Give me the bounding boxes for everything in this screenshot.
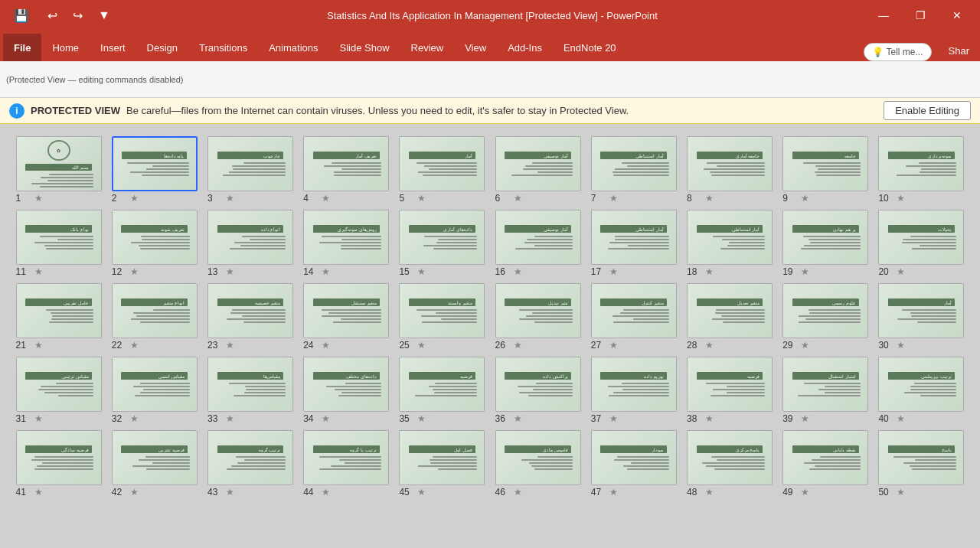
tab-review[interactable]: Review xyxy=(400,34,455,61)
customize-qat-button[interactable]: ▼ xyxy=(92,5,116,25)
slide-star-button[interactable]: ★ xyxy=(34,487,43,497)
slide-thumbnail[interactable]: ✿بسم الله xyxy=(16,136,102,191)
slide-star-button[interactable]: ★ xyxy=(226,487,234,497)
enable-editing-button[interactable]: Enable Editing xyxy=(884,101,971,120)
slide-thumbnail[interactable]: فصل اول xyxy=(399,430,485,485)
slide-thumbnail[interactable]: نشر تبدیل xyxy=(495,283,581,338)
slide-thumbnail[interactable]: فرضیه xyxy=(399,357,485,412)
slide-star-button[interactable]: ★ xyxy=(897,413,905,424)
slide-star-button[interactable]: ★ xyxy=(226,266,234,277)
slide-thumbnail[interactable]: مقیاس‌ها xyxy=(207,357,293,412)
slide-star-button[interactable]: ★ xyxy=(322,413,330,424)
slide-thumbnail[interactable]: نقطه پایانی xyxy=(782,430,868,485)
slide-thumbnail[interactable]: متغیر تعدیل xyxy=(687,283,773,338)
tab-view[interactable]: View xyxy=(454,34,497,61)
save-button[interactable]: 💾 xyxy=(8,5,35,26)
slide-thumbnail[interactable]: ترتیب بین‌ملیتی xyxy=(878,357,964,412)
slide-thumbnail[interactable]: انواع داده xyxy=(207,210,293,265)
restore-button[interactable]: ❐ xyxy=(905,0,936,31)
slide-thumbnail[interactable]: مقیاس اسمی xyxy=(112,357,198,412)
slide-star-button[interactable]: ★ xyxy=(417,413,426,424)
slide-star-button[interactable]: ★ xyxy=(34,413,43,424)
slide-star-button[interactable]: ★ xyxy=(705,413,714,424)
slide-star-button[interactable]: ★ xyxy=(417,193,426,204)
slide-thumbnail[interactable]: نمونه‌برداری xyxy=(878,136,964,191)
slide-thumbnail[interactable]: متغیر کنترل xyxy=(591,283,677,338)
slide-thumbnail[interactable]: ترتیب با گروه xyxy=(303,430,389,485)
close-button[interactable]: ✕ xyxy=(942,0,972,31)
slide-thumbnail[interactable]: امتیاز استقبال xyxy=(782,357,868,412)
tab-transitions[interactable]: Transitions xyxy=(188,34,258,61)
tab-addins[interactable]: Add-Ins xyxy=(497,34,553,61)
redo-button[interactable]: ↪ xyxy=(67,5,89,26)
slide-star-button[interactable]: ★ xyxy=(514,487,522,497)
slide-star-button[interactable]: ★ xyxy=(130,487,139,497)
slide-star-button[interactable]: ★ xyxy=(609,266,618,277)
slide-star-button[interactable]: ★ xyxy=(609,487,618,497)
slide-thumbnail[interactable]: روش‌های نمونه‌گیری xyxy=(303,210,389,265)
tab-animations[interactable]: Animations xyxy=(258,34,328,61)
slide-thumbnail[interactable]: ترتیب گروه xyxy=(207,430,293,485)
slide-thumbnail[interactable]: آمار استنباطی xyxy=(591,210,677,265)
slide-star-button[interactable]: ★ xyxy=(705,487,714,497)
slide-thumbnail[interactable]: چارچوب xyxy=(207,136,293,191)
slide-star-button[interactable]: ★ xyxy=(609,193,618,204)
tab-design[interactable]: Design xyxy=(136,34,188,61)
tab-file[interactable]: File xyxy=(3,34,41,61)
slide-thumbnail[interactable]: انواع متغیر xyxy=(112,283,198,338)
slide-star-button[interactable]: ★ xyxy=(514,340,522,351)
slide-thumbnail[interactable]: مقیاس ترتیبی xyxy=(16,357,102,412)
slide-star-button[interactable]: ★ xyxy=(897,340,905,351)
slide-star-button[interactable]: ★ xyxy=(705,193,714,204)
slide-thumbnail[interactable]: متغیر خصیصه xyxy=(207,283,293,338)
slide-thumbnail[interactable]: بر هم نهادن xyxy=(782,210,868,265)
slide-star-button[interactable]: ★ xyxy=(514,413,522,424)
slide-thumbnail[interactable]: آمار استنباطی xyxy=(591,136,677,191)
slide-star-button[interactable]: ★ xyxy=(130,413,139,424)
slide-thumbnail[interactable]: فرضیه تجربی xyxy=(112,430,198,485)
slide-star-button[interactable]: ★ xyxy=(130,266,139,277)
slide-star-button[interactable]: ★ xyxy=(226,413,234,424)
slide-star-button[interactable]: ★ xyxy=(897,487,905,497)
slide-thumbnail[interactable]: قاموس مادی xyxy=(495,430,581,485)
slide-star-button[interactable]: ★ xyxy=(34,193,43,204)
slide-thumbnail[interactable]: آمار استنباطی xyxy=(687,210,773,265)
tab-endnote[interactable]: EndNote 20 xyxy=(553,34,627,61)
slide-star-button[interactable]: ★ xyxy=(609,340,618,351)
slide-star-button[interactable]: ★ xyxy=(417,340,426,351)
slide-star-button[interactable]: ★ xyxy=(705,266,714,277)
undo-button[interactable]: ↩ xyxy=(41,5,64,26)
slide-star-button[interactable]: ★ xyxy=(322,266,330,277)
slide-star-button[interactable]: ★ xyxy=(322,193,330,204)
slide-star-button[interactable]: ★ xyxy=(417,266,426,277)
slide-thumbnail[interactable]: تحولات xyxy=(878,210,964,265)
slide-thumbnail[interactable]: آمار توصیفی xyxy=(495,136,581,191)
slide-star-button[interactable]: ★ xyxy=(801,193,809,204)
slide-star-button[interactable]: ★ xyxy=(417,487,426,497)
slide-star-button[interactable]: ★ xyxy=(130,193,139,204)
slide-thumbnail[interactable]: عامل تقریبی xyxy=(16,283,102,338)
slide-thumbnail[interactable]: نواع بانک xyxy=(16,210,102,265)
slide-star-button[interactable]: ★ xyxy=(801,487,809,497)
slide-star-button[interactable]: ★ xyxy=(801,266,809,277)
slide-thumbnail[interactable]: پاسخ xyxy=(878,430,964,485)
slide-thumbnail[interactable]: علوم رسمی xyxy=(782,283,868,338)
slide-star-button[interactable]: ★ xyxy=(609,413,618,424)
slide-thumbnail[interactable]: فرضیه xyxy=(687,357,773,412)
slide-thumbnail[interactable]: آمار xyxy=(399,136,485,191)
slide-star-button[interactable]: ★ xyxy=(322,487,330,497)
slide-thumbnail[interactable]: پراکنش داده xyxy=(495,357,581,412)
tab-slideshow[interactable]: Slide Show xyxy=(329,34,400,61)
slide-thumbnail[interactable]: تعریف نمونه xyxy=(112,210,198,265)
tab-home[interactable]: Home xyxy=(41,34,90,61)
slide-star-button[interactable]: ★ xyxy=(801,340,809,351)
tell-me-button[interactable]: 💡 Tell me... xyxy=(864,43,931,61)
slide-thumbnail[interactable]: پاسخ مرکزی xyxy=(687,430,773,485)
slide-thumbnail[interactable]: آمار xyxy=(878,283,964,338)
slide-star-button[interactable]: ★ xyxy=(34,266,43,277)
slide-thumbnail[interactable]: جامعه آماری xyxy=(687,136,773,191)
slide-thumbnail[interactable]: نمودار xyxy=(591,430,677,485)
slide-thumbnail[interactable]: توزیع داده xyxy=(591,357,677,412)
slide-star-button[interactable]: ★ xyxy=(897,193,905,204)
slide-thumbnail[interactable]: متغیر وابسته xyxy=(399,283,485,338)
